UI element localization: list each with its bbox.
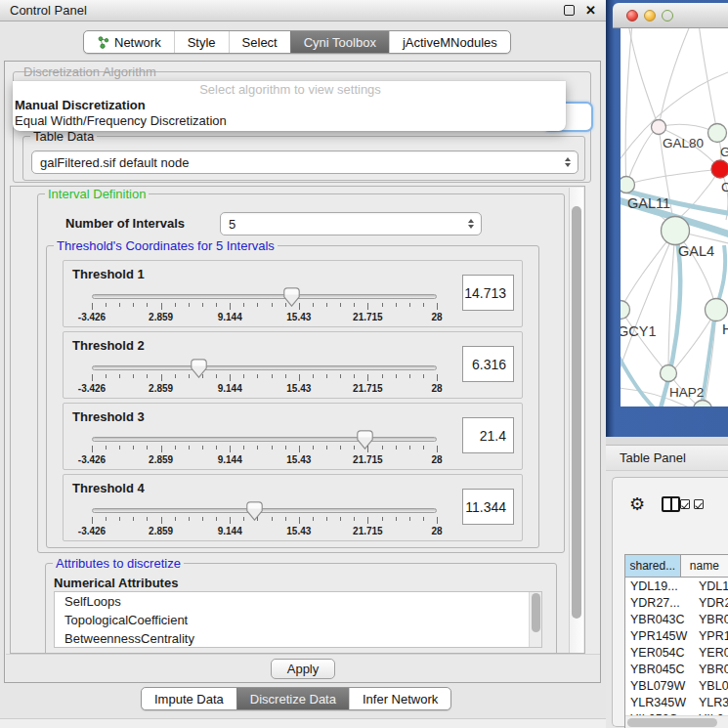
network-node-gal80[interactable] [652, 120, 666, 135]
table-row[interactable]: YDL19...YDL1 [625, 578, 728, 594]
slider-tick-label: 21.715 [353, 526, 383, 536]
cell-shared-name[interactable]: YDR27... [625, 596, 694, 610]
network-node-bottom[interactable] [694, 401, 712, 407]
column-header-name[interactable]: name [681, 555, 728, 578]
cell-name[interactable]: YLR3 [694, 696, 728, 709]
table-row[interactable]: YPR145WYPR1 [625, 627, 728, 644]
float-window-icon[interactable] [564, 5, 575, 16]
popup-item-manual-discretization[interactable]: Manual Discretization [13, 98, 566, 113]
network-node-gal4[interactable] [662, 217, 690, 245]
list-item-selfloops[interactable]: SelfLoops [55, 592, 541, 611]
network-node-top-right[interactable] [708, 124, 727, 143]
cell-name[interactable]: YBL0 [694, 679, 728, 693]
tab-discretize-data[interactable]: Discretize Data [236, 688, 349, 709]
table-row[interactable]: YBR043CYBR0 [625, 611, 728, 627]
table-row[interactable]: YER054CYER0 [625, 644, 728, 661]
list-scrollbar-thumb[interactable] [532, 593, 540, 632]
checkbox-icon[interactable] [694, 499, 704, 509]
gear-icon[interactable]: ⚙ [629, 495, 645, 513]
slider-tick-label: 15.43 [286, 526, 311, 536]
tab-network[interactable]: Network [84, 31, 174, 53]
number-of-intervals-combobox[interactable]: 5 [220, 212, 482, 236]
tab-impute-data[interactable]: Impute Data [142, 688, 236, 709]
cell-shared-name[interactable]: YBR045C [625, 663, 694, 676]
close-traffic-light-icon[interactable] [626, 10, 638, 21]
slider-track[interactable] [92, 437, 437, 442]
table-horizontal-scrollbar[interactable] [625, 715, 728, 728]
slider-tick [202, 374, 203, 378]
node-table-rows: YDL19...YDL1 YDR27...YDR2 YBR043CYBR0 YP… [625, 578, 728, 716]
slider-tick-label: 2.859 [149, 454, 173, 465]
slider-track[interactable] [92, 294, 437, 299]
desktop: Control Panel ✕ Network Style Select [0, 0, 728, 728]
minimize-traffic-light-icon[interactable] [644, 10, 656, 21]
tab-jactivemnodules[interactable]: jActiveMNodules [389, 31, 510, 53]
tab-select[interactable]: Select [229, 31, 290, 53]
table-row[interactable]: YLR345WYLR3 [625, 694, 728, 710]
table-row[interactable]: YDR27...YDR2 [625, 594, 728, 611]
cell-shared-name[interactable]: YBR043C [625, 613, 694, 626]
cell-name[interactable]: YPR1 [694, 629, 728, 643]
slider-tick [147, 517, 148, 521]
cell-name[interactable]: YBR0 [694, 613, 728, 626]
cell-name[interactable]: YDR2 [694, 596, 728, 610]
cell-shared-name[interactable]: YLR345W [625, 696, 694, 709]
threshold-4-value-field[interactable]: 11.344 [462, 489, 514, 525]
slider-track[interactable] [92, 365, 437, 370]
slider-tick [257, 374, 258, 378]
slider-tick [326, 446, 327, 450]
threshold-2-value-field[interactable]: 6.316 [462, 346, 514, 382]
table-row[interactable]: YBR045CYBR0 [625, 661, 728, 677]
list-scrollbar[interactable] [529, 592, 541, 647]
threshold-1-value-field[interactable]: 14.713 [462, 275, 514, 311]
control-panel-bottom-strip [0, 718, 606, 728]
network-node-gcy1[interactable] [621, 301, 630, 320]
network-node-hap2[interactable] [661, 365, 677, 382]
tab-cyni-toolbox[interactable]: Cyni Toolbox [290, 31, 389, 53]
split-view-icon[interactable] [662, 496, 680, 512]
slider-tick [257, 446, 258, 450]
threshold-4-slider[interactable]: -3.4262.8599.14415.4321.71528 [92, 502, 437, 539]
cell-name[interactable]: YER0 [694, 646, 728, 660]
settings-vertical-scrollbar[interactable] [569, 188, 583, 654]
network-node-right-mid[interactable] [706, 299, 728, 321]
table-hscrollbar-thumb[interactable] [627, 718, 717, 727]
apply-button[interactable]: Apply [271, 659, 335, 679]
cell-name[interactable]: YDL1 [694, 579, 728, 593]
slider-tick [313, 303, 314, 307]
threshold-3-slider[interactable]: -3.4262.8599.14415.4321.71528 [92, 431, 437, 468]
threshold-1-slider[interactable]: -3.4262.8599.14415.4321.71528 [92, 288, 437, 325]
slider-tick [243, 374, 244, 378]
table-data-combobox[interactable]: galFiltered.sif default node [31, 150, 578, 174]
checkbox-icon[interactable] [680, 499, 690, 509]
node-label-partial-c: C [721, 180, 728, 194]
column-header-shared-name[interactable]: shared... [625, 555, 681, 578]
slider-ticks [92, 446, 437, 453]
slider-track[interactable] [92, 508, 437, 513]
slider-tick [340, 446, 341, 450]
slider-tick-labels: -3.4262.8599.14415.4321.71528 [92, 526, 437, 537]
network-canvas[interactable]: GAL80 G C GAL11 GAL4 GCY1 H HAP2 [621, 28, 728, 407]
cell-shared-name[interactable]: YBL079W [625, 679, 694, 693]
popup-item-equal-width-frequency[interactable]: Equal Width/Frequency Discretization [13, 113, 566, 129]
threshold-2-slider[interactable]: -3.4262.8599.14415.4321.71528 [92, 360, 437, 397]
threshold-3-value-field[interactable]: 21.4 [462, 417, 514, 453]
cell-shared-name[interactable]: YPR145W [625, 629, 694, 643]
settings-scrollbar-thumb[interactable] [572, 206, 581, 619]
tab-infer-network[interactable]: Infer Network [349, 688, 450, 709]
slider-tick [272, 374, 273, 378]
node-label-gal4: GAL4 [678, 243, 714, 259]
cell-shared-name[interactable]: YDL19... [625, 579, 694, 593]
network-node-red-selected[interactable] [711, 160, 728, 178]
close-icon[interactable]: ✕ [585, 4, 596, 17]
slider-tick [382, 303, 383, 307]
cell-name[interactable]: YBR0 [694, 663, 728, 676]
network-node-gal11[interactable] [621, 177, 635, 193]
node-label-gal11: GAL11 [627, 195, 670, 211]
cell-shared-name[interactable]: YER054C [625, 646, 694, 660]
table-row[interactable]: YBL079WYBL0 [625, 677, 728, 694]
tab-style[interactable]: Style [174, 31, 229, 53]
list-item-topologicalcoefficient[interactable]: TopologicalCoefficient [55, 611, 541, 629]
zoom-traffic-light-icon[interactable] [662, 10, 673, 21]
list-item-betweennesscentrality[interactable]: BetweennessCentrality [55, 629, 541, 648]
